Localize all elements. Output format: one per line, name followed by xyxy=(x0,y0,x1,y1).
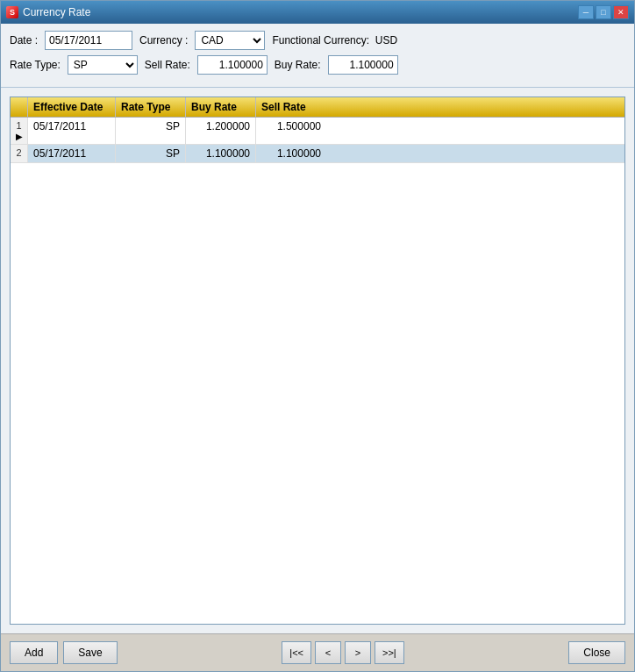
row-number-1: 1 ▶ xyxy=(11,118,28,144)
window-title: Currency Rate xyxy=(23,6,90,18)
table-row[interactable]: 2 05/17/2011 SP 1.100000 1.100000 xyxy=(11,145,624,163)
row-arrow-1: ▶ xyxy=(16,132,23,141)
cell-rate-type-2: SP xyxy=(116,145,186,162)
nav-first-button[interactable]: |<< xyxy=(282,641,311,664)
form-row-1: Date : Currency : CAD EUR GBP JPY Functi… xyxy=(10,31,625,50)
cell-buy-rate-2: 1.100000 xyxy=(186,145,256,162)
footer-right-buttons: Close xyxy=(568,641,625,664)
data-grid: Effective Date Rate Type Buy Rate Sell R… xyxy=(10,97,625,625)
cell-buy-rate-1: 1.200000 xyxy=(186,118,256,144)
form-area: Date : Currency : CAD EUR GBP JPY Functi… xyxy=(1,24,634,88)
grid-body: 1 ▶ 05/17/2011 SP 1.200000 1.500000 2 05… xyxy=(11,118,624,163)
date-input[interactable] xyxy=(45,31,132,50)
title-bar-left: S Currency Rate xyxy=(6,6,90,18)
col-header-rate-type: Rate Type xyxy=(116,97,186,117)
row-number-2: 2 xyxy=(11,145,28,162)
col-header-effective-date: Effective Date xyxy=(28,97,116,117)
buy-rate-label: Buy Rate: xyxy=(275,59,321,71)
app-icon: S xyxy=(6,6,18,18)
grid-header: Effective Date Rate Type Buy Rate Sell R… xyxy=(11,97,624,118)
save-button[interactable]: Save xyxy=(63,641,117,664)
title-bar: S Currency Rate ─ □ ✕ xyxy=(1,1,634,24)
footer: Add Save |<< < > >>| Close xyxy=(1,633,634,671)
nav-next-button[interactable]: > xyxy=(345,641,371,664)
table-row[interactable]: 1 ▶ 05/17/2011 SP 1.200000 1.500000 xyxy=(11,118,624,145)
cell-effective-date-2: 05/17/2011 xyxy=(28,145,116,162)
footer-nav-buttons: |<< < > >>| xyxy=(282,641,403,664)
functional-currency-label: Functional Currency: USD xyxy=(272,34,397,46)
cell-rate-type-1: SP xyxy=(116,118,186,144)
currency-label: Currency : xyxy=(139,34,188,46)
col-header-indicator xyxy=(11,97,28,117)
sell-rate-label: Sell Rate: xyxy=(145,59,190,71)
minimize-button[interactable]: ─ xyxy=(578,5,594,19)
cell-sell-rate-1: 1.500000 xyxy=(256,118,326,144)
add-button[interactable]: Add xyxy=(10,641,58,664)
rate-type-select[interactable]: SP AP BK xyxy=(68,55,138,75)
currency-select[interactable]: CAD EUR GBP JPY xyxy=(195,31,265,50)
col-header-sell-rate: Sell Rate xyxy=(256,97,326,117)
buy-rate-input[interactable] xyxy=(328,55,398,75)
form-row-2: Rate Type: SP AP BK Sell Rate: Buy Rate: xyxy=(10,55,625,75)
currency-rate-window: S Currency Rate ─ □ ✕ Date : Currency : … xyxy=(0,0,635,672)
close-button[interactable]: Close xyxy=(568,641,625,664)
nav-prev-button[interactable]: < xyxy=(315,641,341,664)
footer-left-buttons: Add Save xyxy=(10,641,118,664)
title-controls: ─ □ ✕ xyxy=(578,5,629,19)
rate-type-label: Rate Type: xyxy=(10,59,61,71)
maximize-button[interactable]: □ xyxy=(596,5,611,19)
nav-last-button[interactable]: >>| xyxy=(375,641,404,664)
date-label: Date : xyxy=(10,34,38,46)
sell-rate-input[interactable] xyxy=(197,55,268,75)
main-area: Effective Date Rate Type Buy Rate Sell R… xyxy=(1,88,634,633)
cell-sell-rate-2: 1.100000 xyxy=(256,145,326,162)
window-close-button[interactable]: ✕ xyxy=(613,5,629,19)
functional-currency-value: USD xyxy=(375,34,397,46)
cell-effective-date-1: 05/17/2011 xyxy=(28,118,116,144)
col-header-buy-rate: Buy Rate xyxy=(186,97,256,117)
